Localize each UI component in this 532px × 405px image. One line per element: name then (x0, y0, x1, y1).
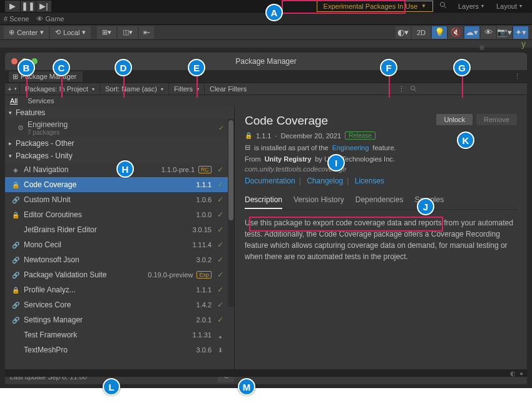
filter-services[interactable]: Services (23, 96, 59, 106)
gizmos-dropdown[interactable]: ✦▾ (513, 26, 528, 39)
package-name: Newtonsoft Json (24, 255, 193, 264)
fx-dropdown[interactable]: ☁▾ (464, 26, 479, 39)
row-icon: 🔒 (11, 287, 20, 294)
filter-all[interactable]: All (5, 96, 23, 106)
scene-tab[interactable]: # Scene (4, 15, 29, 23)
hidden-toggle[interactable]: 👁 (481, 26, 496, 39)
marker-K: K (457, 131, 474, 149)
package-row[interactable]: TextMeshPro 3.0.6 (5, 342, 234, 357)
clear-filters-button[interactable]: Clear Filters (205, 83, 252, 95)
package-name: AI Navigation (24, 165, 158, 174)
licenses-link[interactable]: Licenses (355, 177, 384, 185)
shading-dropdown[interactable]: ◐▾ (396, 26, 411, 39)
lighting-toggle[interactable]: 💡 (432, 26, 447, 39)
package-row[interactable]: 🔗 Newtonsoft Json 3.0.2 ✓ (5, 252, 234, 267)
marker-H: H (116, 160, 134, 178)
package-row[interactable]: 🔗 Settings Manager 2.0.1 ✓ (5, 312, 234, 327)
package-row[interactable]: 🔗 Package Validation Suite 0.19.0-previe… (5, 267, 234, 282)
drag-handle-icon[interactable]: ≡ (479, 43, 483, 53)
pause-button[interactable]: ❚❚ (21, 1, 36, 12)
lock-icon: 🔒 (245, 132, 252, 139)
package-id: com.unity.testtools.codecoverage (245, 165, 517, 173)
package-name: Settings Manager (24, 315, 193, 324)
feature-engineering[interactable]: ⚙ Engineering 7 packages ✓ (5, 119, 234, 137)
row-icon: 🔒 (11, 212, 20, 218)
svg-point-0 (440, 3, 444, 7)
pivot-center-dropdown[interactable]: ⊕Center▾ (4, 26, 49, 39)
package-version: 2.0.1 (197, 316, 212, 324)
package-name: TextMeshPro (24, 346, 193, 354)
chevron-down-icon: ▼ (421, 3, 426, 9)
status-icon: ✓ (215, 195, 225, 204)
package-row[interactable]: 🔒 Editor Coroutines 1.0.0 ✓ (5, 207, 234, 222)
package-row[interactable]: 🔗 Services Core 1.4.2 ✓ (5, 297, 234, 312)
status-icon: ✓ (215, 165, 225, 174)
documentation-link[interactable]: Documentation (245, 177, 295, 185)
local-global-dropdown[interactable]: ⟲Local▾ (50, 26, 91, 39)
package-version: 3.0.2 (197, 256, 212, 264)
snap-icon-button[interactable]: ⇤ (139, 26, 154, 39)
row-icon: 🔗 (11, 257, 20, 264)
footer-icon-1[interactable]: ◐ (510, 370, 516, 377)
search-input[interactable] (422, 85, 522, 94)
layers-dropdown[interactable]: Layers▾ (453, 1, 489, 11)
tab-menu-button[interactable]: ⋮ (514, 73, 521, 81)
status-icon: ✓ (215, 270, 225, 279)
package-name: Profile Analyz... (24, 285, 193, 294)
marker-I: I (327, 154, 345, 172)
section-packages-other[interactable]: Packages - Other (5, 137, 234, 150)
search-icon[interactable] (439, 1, 447, 11)
package-version: 1.4.2 (197, 301, 212, 309)
package-row[interactable]: 🔒 Profile Analyz... 1.1.1 ✓ (5, 282, 234, 297)
marker-A: A (265, 4, 283, 21)
grid-snap-dropdown[interactable]: ⊞▾ (97, 26, 116, 39)
changelog-link[interactable]: Changelog (307, 177, 343, 185)
audio-toggle[interactable]: 🔇 (448, 26, 463, 39)
status-icon (215, 346, 225, 354)
tab-description[interactable]: Description (245, 193, 282, 209)
package-name: Test Framework (24, 331, 188, 339)
window-title: Package Manager (5, 53, 527, 70)
2d-toggle[interactable]: 2D (412, 26, 431, 39)
package-list: Features ⚙ Engineering 7 packages ✓ Pack… (5, 106, 235, 369)
section-packages-unity[interactable]: Packages - Unity (5, 150, 234, 162)
window-close-button[interactable] (11, 58, 18, 64)
package-version: 1.1.1 (197, 181, 212, 188)
advanced-menu-button[interactable]: ⋮ (398, 85, 405, 93)
packages-scope-dropdown[interactable]: Packages: In Project (20, 83, 100, 95)
snap-increment-dropdown[interactable]: ◫▾ (118, 26, 138, 39)
status-icon: ✓ (215, 255, 225, 264)
game-tab[interactable]: 👁 Game (36, 15, 64, 23)
package-row[interactable]: JetBrains Rider Editor 3.0.15 ✓ (5, 222, 234, 237)
package-row[interactable]: Test Framework 1.1.31 (5, 327, 234, 342)
filters-dropdown[interactable]: Filters (169, 83, 205, 95)
section-features[interactable]: Features (5, 106, 234, 119)
tab-dependencies[interactable]: Dependencies (356, 193, 404, 209)
unlock-button[interactable]: Unlock (436, 114, 473, 125)
marker-C: C (53, 59, 70, 76)
play-button[interactable]: ▶ (5, 1, 20, 12)
camera-dropdown[interactable]: 📷▾ (497, 26, 512, 39)
row-icon: 🔗 (11, 242, 20, 249)
add-package-button[interactable]: +▾ (5, 83, 20, 95)
status-icon: ✓ (215, 300, 225, 309)
remove-button[interactable]: Remove (476, 114, 517, 125)
package-name: Services Core (24, 300, 193, 309)
package-name: JetBrains Rider Editor (24, 225, 188, 234)
scrollbar-thumb[interactable] (228, 120, 233, 220)
experimental-packages-button[interactable]: Experimental Packages In Use ▼ (317, 1, 433, 12)
detail-title: Code Coverage (245, 114, 328, 128)
sort-dropdown[interactable]: Sort: Name (asc) (100, 83, 169, 95)
search-icon (410, 85, 417, 93)
package-version: 3.0.6 (197, 346, 212, 354)
feature-link[interactable]: Engineering (332, 144, 369, 151)
package-row[interactable]: 🔗 Custom NUnit 1.0.6 ✓ (5, 192, 234, 207)
step-button[interactable]: ▶| (36, 1, 51, 12)
package-version: 1.11.4 (192, 241, 212, 249)
layout-dropdown[interactable]: Layout▾ (491, 1, 527, 11)
footer-icon-2[interactable]: ● (519, 370, 523, 377)
tab-version-history[interactable]: Version History (294, 193, 344, 209)
package-row[interactable]: 🔗 Mono Cecil 1.11.4 ✓ (5, 237, 234, 252)
release-tag: Release (345, 131, 376, 140)
package-row[interactable]: 🔒 Code Coverage 1.1.1 ✓ (5, 177, 234, 192)
